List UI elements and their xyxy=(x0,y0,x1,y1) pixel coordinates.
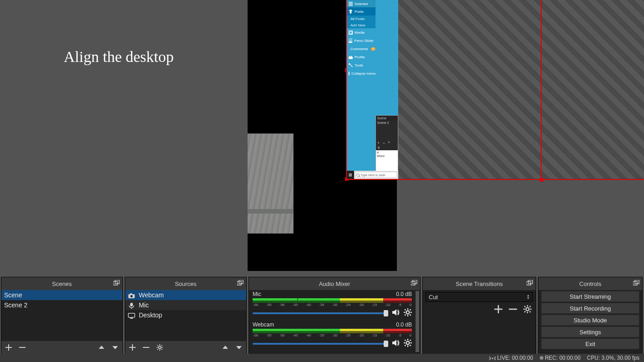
popout-icon[interactable] xyxy=(411,280,417,286)
panel-audio-mixer: Audio Mixer Mic0.0 dB -60-55-50-45-40-35… xyxy=(248,277,421,354)
captured-desktop: Soledad Posts All Posts Add New Media Pe… xyxy=(347,0,398,179)
cap-sub-allposts: All Posts xyxy=(347,15,375,22)
mixer-channel: Webcam0.0 dB -60-55-50-45-40-35-30-25-20… xyxy=(249,321,416,348)
cap-sub-addnew: Add New xyxy=(347,22,375,28)
mixer-ch-name: Mic xyxy=(253,291,261,297)
panel-controls: Controls Start Streaming Start Recording… xyxy=(538,277,643,354)
channel-settings[interactable] xyxy=(404,308,412,318)
status-rec: REC: 00:00:00 xyxy=(545,355,581,361)
panel-scenes-title: Scenes xyxy=(52,280,71,287)
cap-menu-collapse: Collapse menu xyxy=(351,71,375,76)
mixer-ch-db: 0.0 dB xyxy=(396,321,412,328)
start-recording-button[interactable]: Start Recording xyxy=(541,303,639,314)
record-dot-icon xyxy=(540,356,543,360)
visibility-toggle[interactable] xyxy=(169,290,246,341)
cap-menu-tools: Tools xyxy=(355,63,363,67)
preview-source-desktop-selected[interactable]: Soledad Posts All Posts Add New Media Pe… xyxy=(346,0,542,180)
meter-scale: -60-55-50-45-40-35-30-25-20-15-10-50 xyxy=(253,303,412,307)
dock: Scenes Scene Scene 2 Sources Webcam xyxy=(0,277,644,354)
scenes-list[interactable]: Scene Scene 2 xyxy=(1,290,122,341)
mixer-scrollbar[interactable] xyxy=(416,291,419,352)
sources-list[interactable]: Webcam Mic Desktop xyxy=(125,290,246,341)
broadcast-icon xyxy=(489,355,496,361)
captured-taskbar: ⊞ Type here to sear xyxy=(347,171,398,179)
panel-transitions: Scene Transitions Cut ▲▼ xyxy=(422,277,536,354)
transition-settings-button[interactable] xyxy=(523,305,532,314)
preview-area[interactable]: Soledad Posts All Posts Add New Media Pe… xyxy=(0,0,644,274)
popout-icon[interactable] xyxy=(527,280,533,286)
add-scene-button[interactable] xyxy=(5,344,12,351)
meter-scale: -60-55-50-45-40-35-30-25-20-15-10-50 xyxy=(253,333,412,338)
resize-handle-bottom[interactable] xyxy=(540,178,543,182)
cap-menu-profile: Profile xyxy=(355,55,365,59)
move-source-up[interactable] xyxy=(222,344,229,351)
volume-slider[interactable] xyxy=(253,312,388,314)
popout-icon[interactable] xyxy=(633,280,639,286)
add-source-button[interactable] xyxy=(129,344,136,351)
mute-button[interactable] xyxy=(392,308,400,318)
panel-scenes: Scenes Scene Scene 2 xyxy=(1,277,123,354)
source-settings-button[interactable] xyxy=(156,344,163,351)
status-cpu: CPU: 3.0%, 30.00 fps xyxy=(587,355,639,361)
mute-button[interactable] xyxy=(392,339,400,348)
overlay-caption: Align the desktop xyxy=(64,48,174,66)
search-icon xyxy=(356,173,360,177)
preview-source-webcam[interactable] xyxy=(248,133,294,234)
cap-menu-posts: Posts xyxy=(355,10,364,14)
panel-mixer-title: Audio Mixer xyxy=(319,280,350,287)
cap-menu-media: Media xyxy=(355,31,365,35)
panel-sources-title: Sources xyxy=(175,280,197,287)
mixer-ch-db: 0.0 dB xyxy=(396,291,412,297)
select-stepper-icon: ▲▼ xyxy=(527,294,530,300)
remove-source-button[interactable] xyxy=(142,344,150,351)
panel-controls-title: Controls xyxy=(579,280,601,287)
audio-meter xyxy=(253,329,412,333)
panel-transitions-title: Scene Transitions xyxy=(456,280,502,287)
slider-thumb[interactable] xyxy=(384,341,388,347)
remove-scene-button[interactable] xyxy=(19,344,26,351)
channel-settings[interactable] xyxy=(404,339,412,348)
add-transition-button[interactable] xyxy=(494,305,503,314)
source-row[interactable]: Desktop xyxy=(125,310,246,320)
cap-topbar: Soledad xyxy=(355,2,368,6)
volume-slider[interactable] xyxy=(253,343,388,345)
cap-menu-comments: Comments xyxy=(350,47,368,51)
status-bar: LIVE: 00:00:00 REC: 00:00:00 CPU: 3.0%, … xyxy=(0,354,644,362)
scene-row[interactable]: Scene xyxy=(1,290,122,300)
remove-transition-button[interactable] xyxy=(508,305,518,314)
cap-menu-slider: Penci Slider xyxy=(354,39,374,43)
windows-start-icon: ⊞ xyxy=(347,171,354,179)
mixer-channel: Mic0.0 dB -60-55-50-45-40-35-30-25-20-15… xyxy=(249,290,416,318)
captured-mini-panel: Scene Scene 2 + − ^ ∨ PWord xyxy=(375,115,398,171)
settings-button[interactable]: Settings xyxy=(541,326,639,337)
exit-button[interactable]: Exit xyxy=(541,338,639,349)
studio-mode-button[interactable]: Studio Mode xyxy=(541,315,639,326)
popout-icon[interactable] xyxy=(113,280,120,286)
monitor-icon xyxy=(128,311,135,319)
move-scene-down[interactable] xyxy=(112,344,119,351)
start-streaming-button[interactable]: Start Streaming xyxy=(541,291,639,302)
mic-icon xyxy=(128,301,135,309)
status-live: LIVE: 00:00:00 xyxy=(497,355,533,361)
mixer-ch-name: Webcam xyxy=(253,321,274,328)
captured-wp-sidebar: Soledad Posts All Posts Add New Media Pe… xyxy=(347,0,375,179)
camera-icon xyxy=(128,291,135,299)
popout-icon[interactable] xyxy=(237,280,243,286)
move-scene-up[interactable] xyxy=(98,344,105,351)
slider-thumb[interactable] xyxy=(384,310,388,316)
transition-select[interactable]: Cut ▲▼ xyxy=(426,292,533,302)
audio-meter xyxy=(253,298,412,303)
scene-row[interactable]: Scene 2 xyxy=(1,300,122,310)
move-source-down[interactable] xyxy=(235,344,243,351)
panel-sources: Sources Webcam Mic Desktop xyxy=(125,277,247,354)
